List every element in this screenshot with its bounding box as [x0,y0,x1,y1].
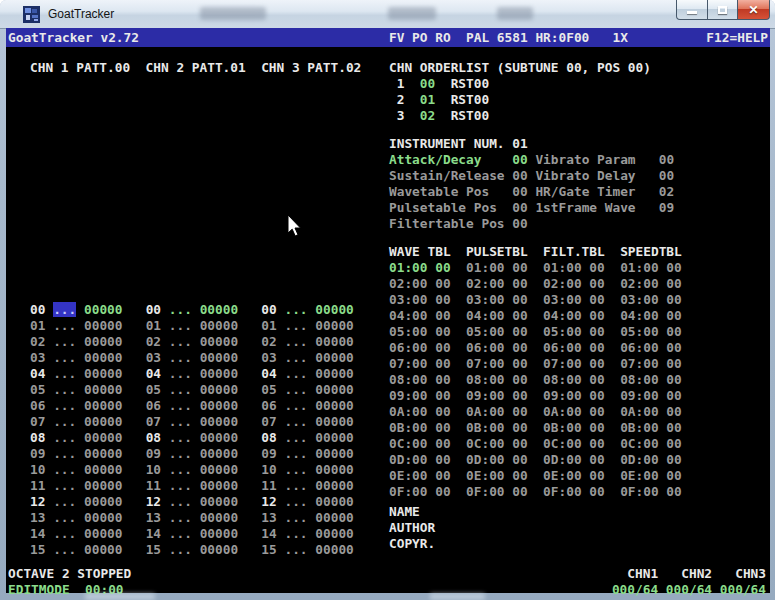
table-cell[interactable]: 02:00 00 [543,276,620,291]
pattern-data-cell[interactable]: 00000 [315,478,354,493]
pattern-data-cell[interactable]: 00000 [84,398,123,413]
pattern-note-cell[interactable]: ... [169,430,192,445]
table-cell[interactable]: 0B:00 00 [543,420,620,435]
pattern-data-cell[interactable]: 00000 [200,510,239,525]
pattern-note-cell[interactable]: ... [284,382,307,397]
orderlist-entry[interactable]: 01 [420,92,435,107]
pattern-data-cell[interactable]: 00000 [315,446,354,461]
pattern-note-cell[interactable]: ... [169,462,192,477]
table-cell[interactable]: 0D:00 00 [466,452,543,467]
pattern-note-cell[interactable]: ... [53,542,76,557]
pattern-data-cell[interactable]: 00000 [200,366,239,381]
table-cell[interactable]: 0F:00 00 [543,484,620,499]
orderlist-entry[interactable]: 02 [420,108,435,123]
pattern-note-cell[interactable]: ... [53,478,76,493]
pattern-data-cell[interactable]: 00000 [200,446,239,461]
table-cell[interactable]: 04:00 00 [389,308,466,323]
table-cell[interactable]: 0C:00 00 [466,436,543,451]
pattern-data-cell[interactable]: 00000 [84,366,123,381]
pattern-data-cell[interactable]: 00000 [315,494,354,509]
pattern-data-cell[interactable]: 00000 [315,510,354,525]
pattern-note-cell[interactable]: ... [169,446,192,461]
table-cell[interactable]: 02:00 00 [389,276,466,291]
pattern-data-cell[interactable]: 00000 [200,302,239,317]
pattern-data-cell[interactable]: 00000 [315,334,354,349]
param-value[interactable]: 00 [659,168,674,183]
table-cell[interactable]: 0F:00 00 [466,484,543,499]
param-value[interactable]: 00 [512,184,527,199]
table-cell[interactable]: 05:00 00 [620,324,682,339]
table-cell[interactable]: 0C:00 00 [389,436,466,451]
table-cell[interactable]: 03:00 00 [466,292,543,307]
pattern-note-cell[interactable]: ... [169,366,192,381]
table-cell[interactable]: 03:00 00 [389,292,466,307]
table-cell[interactable]: 0A:00 00 [389,404,466,419]
table-cell[interactable]: 07:00 00 [466,356,543,371]
pattern-note-cell[interactable]: ... [169,526,192,541]
pattern-note-cell[interactable]: ... [169,510,192,525]
pattern-data-cell[interactable]: 00000 [315,350,354,365]
table-cell[interactable]: 0D:00 00 [543,452,620,467]
table-cell[interactable]: 01:00 00 [620,260,682,275]
pattern-data-cell[interactable]: 00000 [200,462,239,477]
pattern-note-cell[interactable]: ... [169,318,192,333]
pattern-data-cell[interactable]: 00000 [200,318,239,333]
pattern-note-cell[interactable]: ... [169,478,192,493]
pattern-note-cell[interactable]: ... [169,398,192,413]
pattern-data-cell[interactable]: 00000 [84,318,123,333]
table-cell[interactable]: 0C:00 00 [543,436,620,451]
table-cell[interactable]: 06:00 00 [620,340,682,355]
table-cell[interactable]: 09:00 00 [389,388,466,403]
param-value[interactable]: 00 [512,152,527,167]
table-cell[interactable]: 08:00 00 [620,372,682,387]
pattern-note-cell[interactable]: ... [284,446,307,461]
table-cell[interactable]: 0A:00 00 [543,404,620,419]
orderlist-entry[interactable]: 00 [420,76,435,91]
table-cell[interactable]: 0B:00 00 [466,420,543,435]
pattern-data-cell[interactable]: 00000 [84,526,123,541]
maximize-button[interactable] [708,0,737,20]
table-cell[interactable]: 0A:00 00 [466,404,543,419]
pattern-note-cell[interactable]: ... [284,334,307,349]
pattern-note-cell[interactable]: ... [169,334,192,349]
pattern-data-cell[interactable]: 00000 [200,334,239,349]
pattern-note-cell[interactable]: ... [284,318,307,333]
table-cell[interactable]: 05:00 00 [466,324,543,339]
pattern-data-cell[interactable]: 00000 [84,430,123,445]
pattern-data-cell[interactable]: 00000 [84,334,123,349]
pattern-data-cell[interactable]: 00000 [315,318,354,333]
table-cell[interactable]: 0A:00 00 [620,404,682,419]
pattern-note-cell[interactable]: ... [284,526,307,541]
table-cell[interactable]: 0E:00 00 [466,468,543,483]
pattern-data-cell[interactable]: 00000 [315,366,354,381]
song-name-label[interactable]: NAME [389,504,420,520]
table-cell[interactable]: 08:00 00 [389,372,466,387]
pattern-note-cell[interactable]: ... [284,510,307,525]
table-cell[interactable]: 09:00 00 [543,388,620,403]
pattern-note-cell[interactable]: ... [53,318,76,333]
pattern-note-cell[interactable]: ... [169,302,192,317]
pattern-data-cell[interactable]: 00000 [200,414,239,429]
pattern-data-cell[interactable]: 00000 [315,398,354,413]
table-cell[interactable]: 04:00 00 [543,308,620,323]
orderlist-restart[interactable]: RST00 [435,108,489,123]
table-cell[interactable]: 06:00 00 [543,340,620,355]
table-cell[interactable]: 07:00 00 [620,356,682,371]
pattern-note-cell[interactable]: ... [53,510,76,525]
pattern-data-cell[interactable]: 00000 [200,526,239,541]
table-cell[interactable]: 02:00 00 [620,276,682,291]
pattern-note-cell[interactable]: ... [53,414,76,429]
table-cell[interactable]: 06:00 00 [466,340,543,355]
pattern-data-cell[interactable]: 00000 [200,382,239,397]
pattern-note-cell[interactable]: ... [284,542,307,557]
pattern-note-cell[interactable]: ... [284,494,307,509]
pattern-note-cell[interactable]: ... [53,446,76,461]
table-cell[interactable]: 05:00 00 [389,324,466,339]
pattern-data-cell[interactable]: 00000 [84,542,123,557]
pattern-note-cell[interactable]: ... [169,382,192,397]
minimize-button[interactable] [676,0,708,20]
param-value[interactable]: 00 [512,200,527,215]
pattern-data-cell[interactable]: 00000 [84,414,123,429]
pattern-data-cell[interactable]: 00000 [315,542,354,557]
pattern-data-cell[interactable]: 00000 [315,430,354,445]
